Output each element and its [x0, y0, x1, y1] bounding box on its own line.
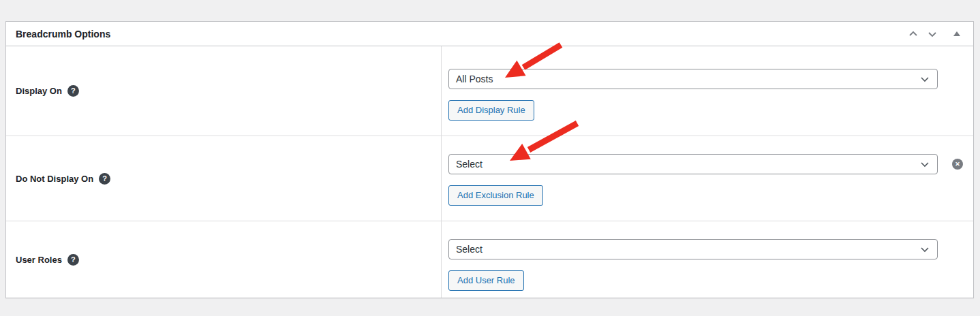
display-on-field-cell: All Posts Add Display Rule — [442, 46, 973, 136]
triangle-up-icon — [953, 31, 960, 36]
breadcrumb-options-panel: Breadcrumb Options Display On ? All Post… — [5, 21, 974, 298]
do-not-display-on-label-cell: Do Not Display On ? — [6, 136, 442, 221]
display-on-select[interactable]: All Posts — [448, 69, 938, 89]
do-not-display-on-field-cell: Select Add Exclusion Rule ✕ — [442, 136, 973, 221]
user-roles-label: User Roles — [16, 255, 62, 265]
chevron-down-icon — [919, 159, 930, 170]
chevron-down-icon — [927, 29, 938, 40]
form-row-user-roles: User Roles ? Select Add User Rule — [6, 221, 973, 298]
add-display-rule-button[interactable]: Add Display Rule — [448, 100, 534, 121]
add-exclusion-rule-button[interactable]: Add Exclusion Rule — [448, 185, 543, 206]
select-value: All Posts — [456, 74, 493, 84]
move-up-button[interactable] — [904, 25, 923, 44]
display-on-label-cell: Display On ? — [6, 46, 442, 136]
form-row-do-not-display-on: Do Not Display On ? Select Add Exclusion… — [6, 136, 973, 221]
form-row-display-on: Display On ? All Posts Add Display Rule — [6, 46, 973, 136]
chevron-down-icon — [919, 74, 930, 84]
help-icon[interactable]: ? — [99, 173, 110, 185]
user-roles-label-cell: User Roles ? — [6, 221, 442, 298]
select-value: Select — [456, 159, 483, 170]
panel-handle-actions — [904, 25, 964, 44]
select-value: Select — [456, 244, 483, 255]
do-not-display-on-label: Do Not Display On — [16, 174, 93, 184]
panel-title: Breadcrumb Options — [16, 29, 110, 40]
do-not-display-on-select[interactable]: Select — [448, 154, 938, 174]
help-icon[interactable]: ? — [67, 254, 79, 266]
toggle-panel-button[interactable] — [950, 25, 964, 44]
panel-header: Breadcrumb Options — [6, 22, 973, 46]
chevron-up-icon — [908, 29, 919, 40]
user-roles-select[interactable]: Select — [448, 239, 938, 259]
help-icon[interactable]: ? — [67, 85, 79, 97]
chevron-down-icon — [919, 244, 930, 255]
display-on-label: Display On — [16, 86, 62, 96]
add-user-rule-button[interactable]: Add User Rule — [448, 270, 524, 291]
user-roles-field-cell: Select Add User Rule — [442, 221, 973, 298]
clear-rule-icon[interactable]: ✕ — [952, 159, 963, 170]
move-down-button[interactable] — [923, 25, 942, 44]
